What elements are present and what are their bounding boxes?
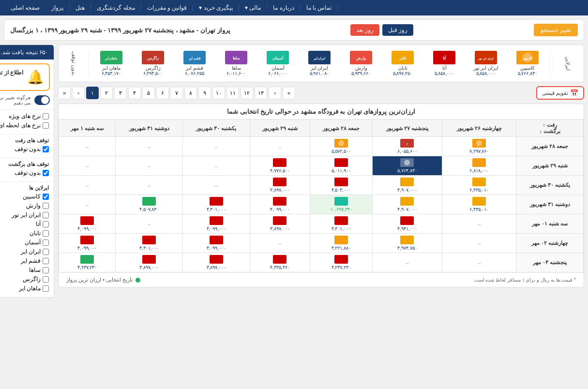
cell-r4c5[interactable]: ۴,۳۰۱,۰۰۰: [182, 195, 250, 214]
airline-filter-zagros[interactable]: زاگرس ۶,۲۹۳,۵۰۰: [0, 276, 49, 284]
airline-varesh-checkbox[interactable]: [43, 203, 49, 209]
airline-filter-aseman[interactable]: آسمان ۵,۹۴۵,۵۴۶: [0, 239, 49, 247]
airline-aseman-checkbox[interactable]: [43, 239, 49, 246]
cell-r3c1[interactable]: ۶,۴۳۵,۰۱۰: [442, 176, 516, 195]
airline-ata[interactable]: آتا آتا ۵,۸۵۸,۰۰۰: [425, 49, 464, 78]
cell-r4c4[interactable]: ۴,۰۹۹,۰۰۰: [250, 195, 310, 214]
cell-r5c7[interactable]: ۴,۰۹۹,۰۰۰: [59, 214, 116, 234]
cell-r2c1[interactable]: ۶,۸۱۸,۰۰۰: [442, 156, 516, 176]
cell-r6c3[interactable]: ۴,۲۲۱,۸۸۰: [310, 234, 372, 253]
airline-filter-iranair[interactable]: ایران ایر ۵,۹۷۱,۸۰: [0, 248, 49, 256]
cell-r7c4[interactable]: ۴,۳۳۵,۳۶۰: [250, 253, 310, 272]
page-1[interactable]: ۱: [86, 87, 99, 99]
nav-majalle[interactable]: مجله گردشگری: [91, 4, 141, 11]
cell-r5c2[interactable]: ۴,۹۴۱,۰۰۰: [372, 214, 442, 234]
airline-qeshm[interactable]: قشم ایر قشم ایر ۶,۰۷۶,۲۵۵: [175, 49, 214, 78]
next-day-button[interactable]: روز بعد: [350, 24, 379, 36]
airline-filter-irantour[interactable]: ایران ایر تور ۵,۷۶۴,۶۶۰: [0, 211, 49, 219]
cell-r3c4[interactable]: ۳,۸۹۷,۰۰۰: [250, 176, 310, 195]
cell-r4c6[interactable]: ۴,۵۰۷,۸۳۰: [116, 195, 183, 214]
nonstop-go-checkbox[interactable]: بدون توقف: [15, 146, 49, 152]
cell-r6c5[interactable]: ۴,۰۹۹,۰۰۰: [182, 234, 250, 253]
cell-r4c1[interactable]: ۶,۴۳۵,۰۱۰: [442, 195, 516, 214]
cell-r4c3-green[interactable]: ۱۰,۶۹۷,۳۴۰: [310, 195, 372, 214]
airline-saha[interactable]: ساها ساها ۶,۰۱۱,۶۰۰: [217, 49, 256, 78]
airline-mahan-checkbox[interactable]: [43, 285, 49, 292]
cell-r2c4[interactable]: ۴,۷۷۶,۵۰۰: [250, 156, 310, 176]
airline-caspian-checkbox[interactable]: [43, 194, 49, 200]
airline-iranair[interactable]: ایران ایر ایران ایر ۵,۹۷۱,۰۸۰: [300, 49, 339, 78]
nonstop-return-input[interactable]: [43, 170, 49, 176]
airline-aseman[interactable]: آسمان آسمان ۶,۰۶۶,۰۰۰: [258, 49, 297, 78]
cell-r7c7[interactable]: ۴,۲۳۷,۲۳۰: [59, 253, 116, 272]
cell-r6c6[interactable]: ۴,۳۰۱,۰۰۰: [116, 234, 183, 253]
airline-filter-qeshm[interactable]: قشم ایر ۶,۰۳۳,۵۵۴: [0, 257, 49, 265]
cell-r7c6[interactable]: ۳,۸۹۷,۰۰۰: [116, 253, 183, 272]
nav-hotel[interactable]: هتل: [70, 4, 91, 11]
page-13[interactable]: ۱۳: [255, 87, 267, 99]
airline-filter-taban[interactable]: تابان ۵,۸۹۷,۲۵۰: [0, 230, 49, 238]
cell-r6c2[interactable]: ۴,۹۷۴,۷۵۰: [372, 234, 442, 253]
airline-taban-checkbox[interactable]: [43, 230, 49, 237]
cell-r6c7[interactable]: ۴,۰۹۹,۰۰۰: [59, 234, 116, 253]
cell-r1c1[interactable]: ۷,۲۹۷,۷۶۰: [442, 137, 516, 156]
page-8[interactable]: ۸: [184, 87, 197, 99]
cell-r7c3[interactable]: ۴,۲۳۷,۲۳۰: [310, 253, 372, 272]
instant-rates-checkbox[interactable]: نرخ های لحظه ای: [0, 122, 49, 129]
cell-r3c3[interactable]: ۴,۵۰۳,۰۰۰: [310, 176, 372, 195]
nav-qavanin[interactable]: قوانین و مقررات: [141, 4, 194, 11]
airline-filter-mahan[interactable]: ماهان ایر ۶,۳۴۲,۳۵۰: [0, 285, 49, 293]
airline-zagros[interactable]: زاگرس زاگرس ۶,۲۹۳,۵۰۰: [134, 49, 172, 78]
airline-qeshm-checkbox[interactable]: [43, 258, 49, 264]
airline-saha-checkbox[interactable]: [43, 267, 49, 273]
nav-tamas[interactable]: تماس با ما: [301, 4, 338, 11]
airline-irantour[interactable]: ایران ایر تور ایران ایر تور ۵,۸۵۸,۰۰۰: [467, 49, 505, 78]
airline-irantour-checkbox[interactable]: [43, 212, 49, 218]
price-notify-toggle[interactable]: [34, 95, 50, 105]
page-first[interactable]: «: [58, 87, 71, 99]
page-10[interactable]: ۱۰: [212, 87, 225, 99]
cell-r2c2-highlight[interactable]: ۵,۷۶۴,۸۳۰: [372, 156, 442, 176]
cell-r3c2[interactable]: ۴,۹۰۷,۰۰۰: [372, 176, 442, 195]
page-last[interactable]: »: [283, 87, 295, 99]
airline-iranair-checkbox[interactable]: [43, 249, 49, 255]
cell-r5c5[interactable]: ۴,۰۹۹,۰۰۰: [182, 214, 250, 234]
page-next[interactable]: ›: [269, 87, 281, 99]
instant-rates-input[interactable]: [43, 122, 49, 129]
prev-day-button[interactable]: روز قبل: [382, 24, 413, 36]
nonstop-go-input[interactable]: [43, 146, 49, 152]
special-rates-checkbox[interactable]: نرخ های ویژه: [9, 113, 49, 120]
airline-ata-checkbox[interactable]: [43, 221, 49, 227]
nav-pigiri[interactable]: پیگیری خرید: [193, 4, 239, 11]
airline-filter-ata[interactable]: آتا ۵,۸۵۸,۰۰۰: [0, 221, 49, 228]
page-9[interactable]: ۹: [198, 87, 211, 99]
cell-r1c3[interactable]: ۵,۵۷۲,۵۰۰: [310, 137, 372, 156]
nav-home[interactable]: صفحه اصلی: [5, 4, 45, 11]
airline-taban[interactable]: تابان تابان ۵,۸۹۷,۲۵۰: [383, 49, 422, 78]
airline-zagros-checkbox[interactable]: [43, 276, 49, 283]
change-search-button[interactable]: تغییر جستجو: [534, 24, 578, 36]
page-prev[interactable]: ‹: [72, 87, 85, 99]
nav-darbare[interactable]: درباره ما: [267, 4, 300, 11]
page-4[interactable]: ۴: [128, 87, 141, 99]
cell-r5c3[interactable]: ۴,۳۰۱,۰۰۰: [310, 214, 372, 234]
page-12[interactable]: ۱۲: [241, 87, 253, 99]
cell-r7c5[interactable]: ۳,۸۹۷,۰۰۰: [182, 253, 250, 272]
page-2[interactable]: ۲: [100, 87, 113, 99]
cell-r4c2[interactable]: ۴,۹۰۷,۰۰۰: [372, 195, 442, 214]
airline-mahan[interactable]: ماهان ایر ماهان ایر ۶,۴۵۳,۱۷۰: [92, 49, 131, 78]
nonstop-return-checkbox[interactable]: بدون توقف: [15, 169, 49, 176]
nav-parvaz[interactable]: پرواز: [45, 4, 70, 11]
special-rates-input[interactable]: [43, 113, 49, 120]
calendar-button[interactable]: 📅 تقویم قیمتی: [536, 86, 584, 100]
airline-filter-varesh[interactable]: وارش ۵,۷۶۴,۸۳۰: [0, 202, 49, 210]
airline-filter-caspian[interactable]: کاسپین ۵,۷۶۴,۸۳۰: [0, 193, 49, 201]
cell-r1c2[interactable]: Z ۶,۰۵۵,۶۰۰: [372, 137, 442, 156]
airline-varesh[interactable]: وارش وارش ۵,۹۳۹,۶۶۰: [342, 49, 380, 78]
page-11[interactable]: ۱۱: [226, 87, 239, 99]
cell-r5c4[interactable]: ۳,۸۹۷,۰۰۰: [250, 214, 310, 234]
airline-filter-saha[interactable]: ساها ۶,۰۶۶,۰۰۰: [0, 267, 49, 274]
page-7[interactable]: ۷: [170, 87, 183, 99]
cell-r2c3[interactable]: ۵,۰۱۱,۹۰۰: [310, 156, 372, 176]
page-6[interactable]: ۶: [156, 87, 169, 99]
